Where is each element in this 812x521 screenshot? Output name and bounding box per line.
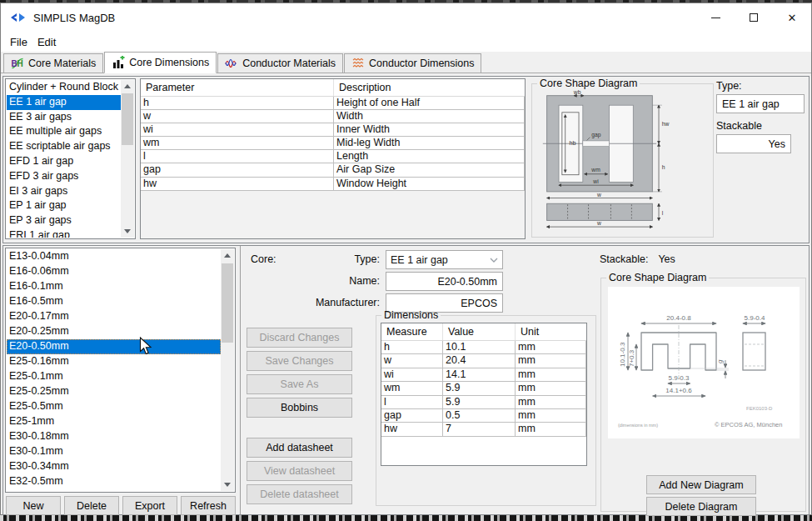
table-row[interactable]: wm 5.9 mm (381, 382, 586, 395)
list-item[interactable]: E16-0.06mm (7, 264, 221, 279)
list-item[interactable]: E30-0.1mm (7, 444, 221, 459)
scroll-thumb[interactable] (122, 93, 133, 145)
list-item[interactable]: EI 3 air gaps (7, 184, 121, 199)
menu-file[interactable]: File (5, 34, 32, 50)
title-bar: SIMPLIS MagDB ✕ (1, 3, 811, 32)
table-row[interactable]: gap Air Gap Size (141, 163, 525, 177)
list-action-button[interactable]: Export (122, 496, 177, 515)
list-item[interactable]: E13-0.04mm (7, 249, 221, 264)
screen: { "theme": { "selection_color": "#0078d7… (0, 0, 812, 521)
core-list-scrollbar[interactable] (221, 249, 234, 491)
svg-text:hw: hw (662, 121, 670, 127)
table-row[interactable]: wm Mid-leg Width (141, 137, 525, 150)
table-row[interactable]: hw 7 mm (381, 423, 586, 436)
table-row[interactable]: w 20.4 mm (381, 354, 586, 368)
group-title: Core Shape Diagram (537, 78, 640, 89)
list-item[interactable]: E32-1mm (7, 489, 221, 491)
unit-cell: mm (516, 341, 586, 354)
list-item[interactable]: E32-0.5mm (7, 474, 221, 489)
table-row[interactable]: hw Window Height (141, 178, 525, 191)
unit-cell: mm (516, 396, 586, 409)
list-item[interactable]: EE multiple air gaps (7, 124, 121, 139)
action-button[interactable]: Bobbins (247, 398, 352, 418)
value-cell: 14.1 (443, 368, 516, 382)
datasheet-button[interactable]: Add datasheet (247, 438, 352, 458)
mouse-cursor (139, 337, 154, 359)
list-item[interactable]: ERI 1 air gap (7, 228, 121, 238)
description-cell: Width (334, 110, 525, 123)
list-action-button[interactable]: Refresh (181, 496, 236, 515)
add-new-diagram-button[interactable]: Add New Diagram (646, 475, 756, 494)
type-label: Type: (716, 80, 808, 92)
core-type-dropdown[interactable]: EE 1 air gap (386, 250, 503, 269)
scroll-up-icon[interactable] (121, 80, 134, 93)
menu-edit[interactable]: Edit (32, 34, 61, 50)
list-item[interactable]: E30-0.18mm (7, 429, 221, 444)
column-header: Unit (516, 323, 586, 340)
table-row[interactable]: l 5.9 mm (381, 396, 586, 409)
param-cell: hw (141, 178, 334, 191)
svg-text:w: w (596, 192, 601, 198)
scroll-up-icon[interactable] (221, 249, 234, 262)
table-row[interactable]: h 10.1 mm (381, 341, 586, 354)
core-shape-diagram-group: Core Shape Diagram hb (531, 78, 714, 238)
list-item[interactable]: EE scriptable air gaps (7, 139, 121, 154)
tab-core-materials[interactable]: B H Core Materials (3, 53, 103, 73)
tab-core-dimensions[interactable]: Core Dimensions (104, 52, 217, 73)
close-button[interactable]: ✕ (773, 3, 811, 32)
table-row[interactable]: wi 14.1 mm (381, 368, 586, 382)
list-item[interactable]: E20-0.50mm (7, 339, 221, 354)
list-item[interactable]: E25-0.25mm (7, 384, 221, 399)
table-row[interactable]: gap 0.5 mm (381, 409, 586, 423)
type-value-field[interactable]: EE 1 air gap (716, 94, 805, 113)
table-row[interactable]: l Length (141, 150, 525, 163)
table-row[interactable]: w Width (141, 110, 525, 123)
window-title: SIMPLIS MagDB (33, 12, 115, 24)
list-item[interactable]: EP 1 air gap (7, 198, 121, 213)
list-item[interactable]: EFD 1 air gap (7, 154, 121, 169)
list-item[interactable]: E16-0.5mm (7, 294, 221, 309)
minimize-button[interactable] (696, 3, 735, 32)
column-header: Parameter (141, 79, 334, 96)
list-item[interactable]: EP 3 air gaps (7, 213, 121, 228)
tab-label: Core Dimensions (129, 57, 209, 68)
list-action-button[interactable]: Delete (64, 496, 119, 515)
list-item[interactable]: EE 1 air gap (7, 95, 121, 110)
table-row[interactable]: wi Inner Width (141, 123, 525, 137)
delete-diagram-button[interactable]: Delete Diagram (646, 497, 756, 516)
list-item[interactable]: E25-0.5mm (7, 399, 221, 414)
list-item[interactable]: E25-0.16mm (7, 354, 221, 369)
datasheet-button-column: Add datasheetView datasheetDelete datash… (247, 438, 352, 504)
scroll-down-icon[interactable] (221, 478, 234, 491)
core-type-label: Type: (303, 253, 380, 265)
description-cell: Window Height (334, 178, 525, 191)
shape-list-scrollbar[interactable] (121, 80, 134, 238)
list-item[interactable]: EFD 3 air gaps (7, 169, 121, 184)
list-item[interactable]: E20-0.17mm (7, 309, 221, 324)
maximize-button[interactable] (735, 3, 773, 32)
table-row[interactable]: h Height of one Half (141, 97, 525, 110)
list-item[interactable]: E25-0.1mm (7, 369, 221, 384)
list-item[interactable]: E25-1mm (7, 414, 221, 429)
list-item[interactable]: E20-0.25mm (7, 324, 221, 339)
description-cell: Height of one Half (334, 97, 525, 110)
app-window: SIMPLIS MagDB ✕ File Edit B H Core Mater… (0, 3, 812, 515)
param-cell: wi (141, 123, 334, 137)
dimensions-table-header: Measure Value Unit (381, 323, 586, 341)
name-field[interactable]: E20-0.50mm (386, 272, 503, 291)
param-cell: w (141, 110, 334, 123)
stackable-value-field[interactable]: Yes (716, 134, 791, 153)
list-item[interactable]: E30-0.34mm (7, 459, 221, 474)
action-button: Save As (247, 374, 352, 394)
scroll-down-icon[interactable] (121, 225, 134, 238)
tab-conductor-dimensions[interactable]: Conductor Dimensions (344, 53, 481, 73)
list-item[interactable]: Cylinder + Round Block (7, 80, 121, 95)
tab-conductor-materials[interactable]: Conductor Materials (217, 53, 343, 73)
svg-text:14.1+0.6: 14.1+0.6 (665, 387, 692, 394)
winding-icon (351, 57, 365, 70)
core-editor-panel: E13-0.04mmE16-0.06mmE16-0.1mmE16-0.5mmE2… (2, 245, 810, 515)
list-item[interactable]: EE 3 air gaps (7, 110, 121, 125)
scroll-thumb[interactable] (222, 263, 233, 343)
list-action-button[interactable]: New (6, 496, 61, 515)
list-item[interactable]: E16-0.1mm (7, 279, 221, 294)
